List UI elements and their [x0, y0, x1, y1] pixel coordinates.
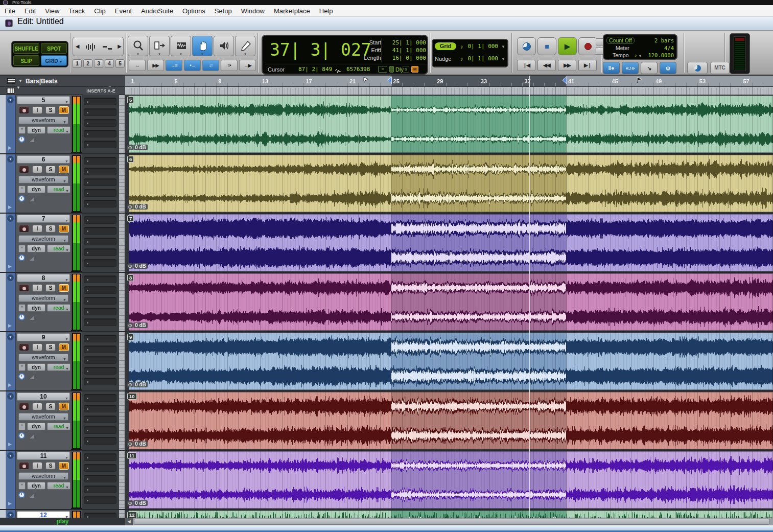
tempo-ramp-button[interactable]: ↘: [641, 62, 658, 74]
mute-button[interactable]: M: [59, 343, 69, 351]
spot-mode-button[interactable]: SPOT: [41, 43, 67, 54]
track-height-ruler[interactable]: [119, 510, 125, 518]
automation-mode-button[interactable]: read▼: [47, 126, 71, 134]
insert-slot[interactable]: [84, 415, 116, 423]
note-icon[interactable]: ♪: [460, 53, 463, 64]
audio-clip-waveform[interactable]: [125, 154, 773, 213]
insert-slot[interactable]: [84, 308, 116, 315]
audio-clip-waveform[interactable]: [125, 510, 773, 518]
conductor-button[interactable]: ψ: [660, 62, 676, 74]
global-solo-button[interactable]: S: [403, 66, 409, 73]
zoom-preset-5[interactable]: 5: [115, 59, 125, 68]
nudge-value[interactable]: 0| 1| 000: [467, 53, 498, 64]
menu-item-options[interactable]: Options: [178, 5, 210, 17]
insert-slot[interactable]: [84, 119, 116, 127]
freeze-icon[interactable]: *: [18, 482, 26, 490]
tempo-label[interactable]: Tempo: [613, 52, 629, 58]
edit-window-titlebar[interactable]: [0, 17, 773, 31]
scroll-left-arrow[interactable]: ◀: [125, 518, 133, 525]
menu-item-track[interactable]: Track: [64, 5, 89, 17]
clip-gain-label[interactable]: φ0 dB: [127, 500, 148, 506]
track-height-ruler[interactable]: [119, 95, 125, 153]
solo-button[interactable]: S: [45, 462, 56, 470]
insert-slot[interactable]: [84, 189, 116, 197]
zoom-preset-2[interactable]: 2: [83, 59, 92, 68]
bars-beats-ruler[interactable]: [125, 76, 773, 87]
grabber-tool-button[interactable]: ▼: [192, 36, 213, 56]
record-enable-button[interactable]: [19, 225, 29, 233]
fast-forward-button[interactable]: ▶▶: [558, 60, 576, 71]
horizontal-scrollbar[interactable]: ◀: [125, 518, 773, 525]
track-expand-icon[interactable]: ▶: [8, 204, 12, 210]
insert-slot[interactable]: [84, 248, 116, 256]
timebase-clock-icon[interactable]: [18, 373, 25, 380]
input-monitor-button[interactable]: I: [32, 284, 42, 292]
menu-item-file[interactable]: File: [0, 5, 20, 17]
clip-gain-label[interactable]: φ0 dB: [127, 203, 148, 210]
clip-gain-label[interactable]: φ0 dB: [127, 441, 148, 447]
insert-slot[interactable]: [84, 345, 116, 353]
solo-button[interactable]: S: [45, 403, 56, 410]
insert-slot[interactable]: [84, 157, 116, 165]
menu-item-event[interactable]: Event: [110, 5, 136, 17]
mute-button[interactable]: M: [59, 403, 69, 410]
track-name[interactable]: 9▼: [17, 333, 70, 341]
timebase-clock-icon[interactable]: [18, 492, 25, 498]
track-height-ruler[interactable]: [119, 273, 125, 331]
freeze-icon[interactable]: *: [18, 423, 26, 430]
track-collapse-icon[interactable]: ▼: [7, 274, 14, 281]
insert-slot[interactable]: [84, 108, 116, 116]
timebase-clock-icon[interactable]: [18, 195, 25, 202]
insert-slot[interactable]: [84, 453, 116, 461]
track-height-ruler[interactable]: [119, 154, 125, 213]
mute-button[interactable]: M: [59, 462, 69, 470]
insert-slot[interactable]: [84, 485, 116, 493]
track-collapse-icon[interactable]: ▼: [7, 97, 14, 103]
timebase-clock-icon[interactable]: [18, 255, 25, 261]
solo-button[interactable]: S: [45, 225, 56, 233]
record-enable-button[interactable]: [19, 462, 29, 470]
track-view-selector[interactable]: waveform▼: [18, 472, 68, 480]
track-height-ruler[interactable]: [119, 451, 125, 509]
freeze-icon[interactable]: *: [18, 245, 26, 252]
input-monitor-button[interactable]: I: [32, 343, 42, 351]
zoom-preset-4[interactable]: 4: [105, 59, 114, 68]
insert-slot[interactable]: [84, 394, 116, 402]
track-name[interactable]: 7▼: [17, 215, 70, 223]
insert-slot[interactable]: [84, 367, 116, 375]
edit-toggle-button-2[interactable]: →≡: [166, 60, 182, 71]
track-name[interactable]: 11▼: [17, 452, 70, 460]
track-collapse-icon[interactable]: ▼: [7, 393, 14, 400]
go-to-start-button[interactable]: ❘◀: [517, 60, 535, 71]
note-icon[interactable]: ♪: [460, 41, 463, 52]
menu-item-audiosuite[interactable]: AudioSuite: [136, 5, 178, 17]
track-expand-icon[interactable]: ▶: [8, 323, 12, 328]
automation-mode-button[interactable]: read▼: [47, 482, 71, 490]
mtc-button[interactable]: MTC: [710, 62, 730, 74]
track-view-selector[interactable]: waveform▼: [18, 294, 68, 302]
grid-value-button[interactable]: Grid: [435, 42, 456, 50]
mute-button[interactable]: M: [59, 225, 69, 233]
clip-gain-label[interactable]: φ0 dB: [127, 144, 148, 151]
timebase-clock-icon[interactable]: [18, 314, 25, 320]
freeze-icon[interactable]: *: [18, 304, 26, 312]
insert-slot[interactable]: [84, 227, 116, 235]
insert-slot[interactable]: [84, 437, 116, 445]
edit-toggle-button-4[interactable]: ↓↑: [202, 60, 219, 71]
scrubber-tool-button[interactable]: [214, 36, 234, 56]
grid-mode-button[interactable]: GRID▼: [41, 55, 67, 66]
menu-item-help[interactable]: Help: [315, 5, 338, 17]
timebase-clock-icon[interactable]: [18, 432, 25, 439]
clip-gain-label[interactable]: φ0 dB: [127, 381, 148, 388]
chevron-down-icon[interactable]: ▼: [501, 41, 505, 53]
insert-slot[interactable]: [84, 98, 116, 105]
menu-item-window[interactable]: Window: [237, 5, 269, 17]
track-expand-icon[interactable]: ▶: [8, 501, 12, 506]
elastic-audio-button[interactable]: dyn: [27, 126, 45, 134]
track-view-selector[interactable]: waveform▼: [18, 413, 68, 421]
global-mute-button[interactable]: M: [411, 66, 418, 73]
online-button[interactable]: [517, 37, 536, 55]
scrollbar-thumb[interactable]: [134, 519, 769, 525]
automation-mode-button[interactable]: read▼: [47, 363, 71, 371]
elastic-audio-button[interactable]: dyn: [27, 304, 45, 312]
